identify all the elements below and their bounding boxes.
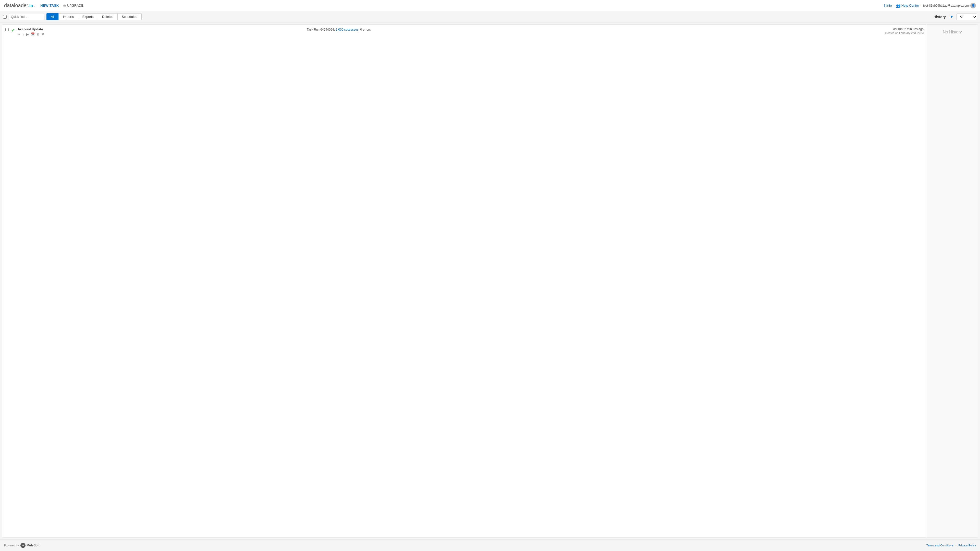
history-filter-select[interactable]: All Success Error bbox=[956, 14, 977, 20]
user-icon-glyph: 👤 bbox=[971, 4, 975, 7]
delete-button[interactable]: 🗑 bbox=[37, 32, 40, 36]
task-meta: last run: 2 minutes ago created on Febru… bbox=[885, 27, 924, 35]
upload-icon: ↑ bbox=[22, 32, 24, 36]
task-info: Account Update ✏ ↑ ▶ 📅 🗑 bbox=[18, 27, 307, 36]
privacy-link[interactable]: Privacy Policy bbox=[959, 544, 976, 547]
task-list: ✔ Account Update ✏ ↑ ▶ 📅 bbox=[2, 24, 927, 537]
logo-loader: loader bbox=[14, 3, 28, 8]
info-link[interactable]: ℹ Info bbox=[884, 3, 892, 8]
tab-imports[interactable]: Imports bbox=[59, 13, 78, 20]
tab-deletes[interactable]: Deletes bbox=[98, 13, 118, 20]
created-date: created on February 2nd, 2023 bbox=[885, 32, 924, 35]
header: dataloader.io™ NEW TASK ⊕ UPGRADE ℹ Info… bbox=[0, 0, 980, 11]
task-run-id: Task Run 64544094: bbox=[307, 28, 336, 32]
tab-all[interactable]: All bbox=[46, 13, 59, 20]
trash-icon: 🗑 bbox=[37, 32, 40, 36]
user-avatar: 👤 bbox=[970, 3, 976, 8]
upgrade-label: UPGRADE bbox=[67, 3, 83, 7]
mulesoft-logo: M MuleSoft bbox=[21, 543, 40, 548]
powered-by: Powered by M MuleSoft bbox=[4, 543, 40, 548]
user-menu[interactable]: test-81vb09htl1ad@example.com 👤 bbox=[923, 3, 976, 8]
task-actions: ✏ ↑ ▶ 📅 🗑 ⧉ bbox=[18, 32, 307, 36]
tab-scheduled[interactable]: Scheduled bbox=[118, 13, 142, 20]
edit-button[interactable]: ✏ bbox=[18, 32, 21, 36]
schedule-button[interactable]: 📅 bbox=[31, 32, 35, 36]
task-run-info: Task Run 64544094: 1,000 successes, 0 er… bbox=[307, 27, 885, 32]
select-all-checkbox[interactable] bbox=[3, 15, 6, 19]
tab-group: All Imports Exports Deletes Scheduled bbox=[46, 13, 142, 20]
help-icon: 👥 bbox=[896, 3, 900, 8]
history-panel: No History bbox=[927, 24, 978, 537]
task-checkbox[interactable] bbox=[5, 28, 9, 31]
help-label: Help Center bbox=[901, 3, 919, 7]
upload-button[interactable]: ↑ bbox=[22, 32, 24, 36]
mulesoft-icon: M bbox=[21, 543, 25, 548]
app-logo: dataloader.io™ bbox=[4, 3, 35, 8]
run-button[interactable]: ▶ bbox=[26, 32, 29, 36]
logo-dot-io: .io bbox=[28, 3, 33, 8]
toolbar: All Imports Exports Deletes Scheduled Hi… bbox=[0, 11, 980, 22]
footer: Powered by M MuleSoft Terms and Conditio… bbox=[0, 540, 980, 551]
upgrade-button[interactable]: ⊕ UPGRADE bbox=[63, 3, 83, 8]
task-name: Account Update bbox=[18, 27, 307, 31]
footer-links: Terms and Conditions · Privacy Policy bbox=[926, 544, 976, 547]
terms-link[interactable]: Terms and Conditions bbox=[926, 544, 953, 547]
logo-data: data bbox=[4, 3, 14, 8]
info-icon: ℹ bbox=[884, 3, 885, 8]
last-run: last run: 2 minutes ago bbox=[885, 27, 924, 31]
errors-text: , 0 errors bbox=[359, 28, 371, 32]
new-task-button[interactable]: NEW TASK bbox=[40, 3, 59, 7]
info-label: Info bbox=[886, 3, 892, 7]
footer-separator: · bbox=[956, 544, 956, 547]
quick-find-input[interactable] bbox=[9, 14, 45, 20]
calendar-icon: 📅 bbox=[31, 32, 35, 36]
copy-icon: ⧉ bbox=[42, 32, 44, 36]
filter-icon: ▼ bbox=[950, 15, 953, 19]
help-center-link[interactable]: 👥 Help Center bbox=[896, 3, 919, 8]
history-label: History bbox=[934, 15, 946, 19]
copy-button[interactable]: ⧉ bbox=[42, 32, 44, 36]
pencil-icon: ✏ bbox=[18, 32, 21, 36]
user-email: test-81vb09htl1ad@example.com bbox=[923, 4, 969, 7]
success-icon: ✔ bbox=[11, 28, 15, 33]
logo-tm: ™ bbox=[33, 5, 35, 8]
main-content: ✔ Account Update ✏ ↑ ▶ 📅 bbox=[0, 22, 980, 540]
no-history-label: No History bbox=[943, 30, 962, 35]
upgrade-icon: ⊕ bbox=[63, 3, 66, 8]
tab-exports[interactable]: Exports bbox=[78, 13, 98, 20]
play-icon: ▶ bbox=[26, 32, 29, 36]
table-row: ✔ Account Update ✏ ↑ ▶ 📅 bbox=[2, 25, 927, 39]
successes-link[interactable]: 1,000 successes bbox=[336, 28, 358, 32]
task-status-icon: ✔ bbox=[11, 27, 15, 33]
powered-by-label: Powered by bbox=[4, 544, 19, 547]
header-right: ℹ Info 👥 Help Center test-81vb09htl1ad@e… bbox=[884, 3, 976, 8]
mulesoft-label: MuleSoft bbox=[27, 544, 40, 547]
